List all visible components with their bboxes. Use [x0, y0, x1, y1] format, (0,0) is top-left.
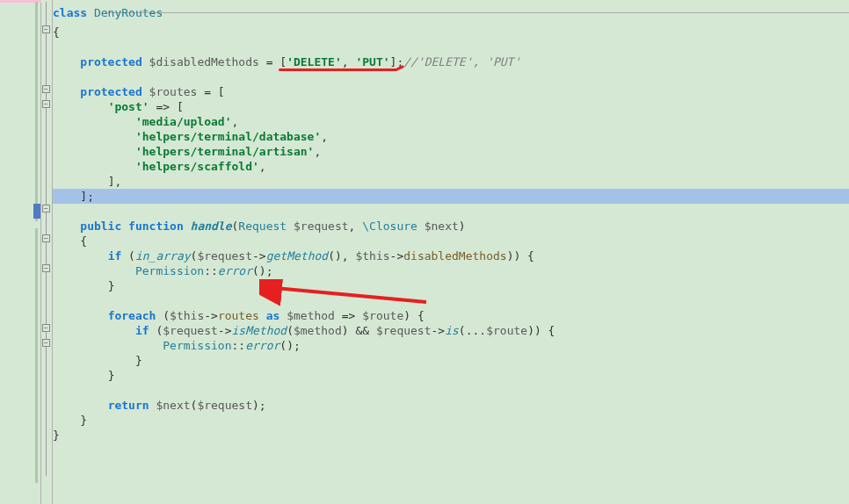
code-line: if (in_array($request->getMethod(), $thi…: [53, 248, 849, 263]
code-line-blank: [53, 204, 849, 219]
code-editor: − − − − − − − − class DenyRoutes { prote…: [0, 0, 849, 504]
code-line-blank: [53, 383, 849, 398]
variable: $routes: [149, 85, 198, 98]
parameter: $request: [294, 220, 349, 233]
comma: ,: [342, 55, 356, 68]
code-line: }: [53, 428, 849, 443]
type-hint: Request: [238, 220, 294, 233]
code-line: }: [53, 353, 849, 368]
property: disabledMethods: [403, 249, 506, 263]
keyword-visibility: protected: [80, 55, 149, 68]
string-literal: 'media/upload': [135, 115, 232, 128]
fold-toggle-icon[interactable]: −: [42, 234, 50, 242]
class-name: DenyRoutes: [94, 6, 163, 19]
cursor-position-marker: [33, 204, 40, 219]
annotation-arrow-icon: [259, 279, 435, 314]
code-line-blank: [53, 69, 849, 84]
operator: = [: [197, 85, 224, 98]
bracket-close: ],: [108, 175, 122, 188]
operator: => [: [149, 100, 184, 113]
code-line: class DenyRoutes: [53, 2, 849, 25]
code-line: if ($request->isMethod($method) && $requ…: [53, 323, 849, 338]
keyword-foreach: foreach: [108, 309, 163, 322]
string-literal: 'DELETE': [287, 55, 342, 68]
code-line: Permission::error();: [53, 263, 849, 278]
code-line: 'helpers/terminal/database',: [53, 129, 849, 144]
line-gutter: [0, 0, 41, 504]
fold-toggle-icon[interactable]: −: [42, 264, 50, 272]
type-hint: \Closure: [362, 220, 424, 233]
code-line: foreach ($this->routes as $method => $ro…: [53, 308, 849, 323]
keyword-visibility: protected: [80, 85, 149, 98]
fold-toggle-icon[interactable]: −: [42, 85, 50, 93]
code-content[interactable]: class DenyRoutes { protected $disabledMe…: [53, 0, 849, 504]
code-line: {: [53, 234, 849, 248]
gutter-change-bar: [35, 228, 38, 483]
property: routes: [218, 309, 259, 322]
brace: {: [53, 25, 60, 39]
fold-toggle-icon[interactable]: −: [42, 25, 50, 33]
string-literal: 'PUT': [355, 55, 389, 68]
code-line: 'media/upload',: [53, 114, 849, 129]
keyword-return: return: [108, 399, 156, 412]
fold-gutter: − − − − − − − −: [41, 0, 53, 504]
code-line: return $next($request);: [53, 398, 849, 413]
keyword-if: if: [108, 249, 128, 263]
fold-toggle-icon[interactable]: −: [42, 100, 50, 108]
code-line: protected $routes = [: [53, 84, 849, 99]
gutter-change-bar: [35, 2, 38, 221]
function-call: in_array: [135, 249, 191, 263]
string-literal: 'post': [108, 100, 149, 113]
code-line: Permission::error();: [53, 338, 849, 353]
class-reference: Permission: [135, 264, 204, 277]
parameter: $next: [424, 220, 459, 233]
comment: //'DELETE', 'PUT': [403, 55, 520, 68]
code-line: 'helpers/scaffold',: [53, 159, 849, 174]
code-line: public function handle(Request $request,…: [53, 219, 849, 234]
code-line: {: [53, 25, 849, 40]
code-line: 'helpers/terminal/artisan',: [53, 144, 849, 159]
keyword-function: function: [128, 220, 190, 233]
fold-toggle-icon[interactable]: −: [42, 339, 50, 347]
code-line: }: [53, 368, 849, 383]
method-call: is: [445, 324, 459, 337]
code-line: protected $disabledMethods = ['DELETE', …: [53, 54, 849, 69]
string-literal: 'helpers/terminal/artisan': [135, 145, 315, 158]
fold-toggle-icon[interactable]: −: [42, 324, 50, 332]
code-line-blank: [53, 293, 849, 308]
annotation-underline: [279, 68, 397, 71]
code-line-blank: [53, 40, 849, 54]
keyword-visibility: public: [80, 220, 128, 233]
code-line: ],: [53, 174, 849, 189]
code-line: 'post' => [: [53, 99, 849, 114]
string-literal: 'helpers/scaffold': [135, 160, 259, 173]
code-line: }: [53, 278, 849, 293]
bracket-close: ];: [80, 190, 94, 203]
code-line-current: ];: [53, 189, 849, 204]
fold-toggle-icon[interactable]: −: [42, 205, 50, 212]
bracket: [: [279, 55, 287, 68]
static-method-call: error: [218, 264, 252, 277]
keyword-class: class: [53, 6, 94, 19]
method-call: getMethod: [266, 249, 328, 263]
code-line: }: [53, 413, 849, 428]
variable: $disabledMethods: [149, 55, 259, 68]
method-call: isMethod: [232, 324, 287, 337]
svg-line-1: [275, 288, 426, 302]
method-name: handle: [191, 220, 232, 233]
string-literal: 'helpers/terminal/database': [135, 130, 321, 143]
operator: =: [259, 55, 279, 68]
